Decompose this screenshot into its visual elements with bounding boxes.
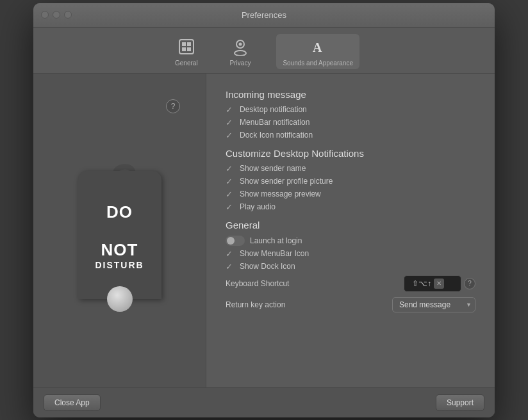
dnd-knob xyxy=(107,286,133,312)
keyboard-shortcut-label: Keyboard Shortcut xyxy=(226,279,289,288)
check-icon-5: ✓ xyxy=(226,177,235,186)
check-icon-1: ✓ xyxy=(226,105,235,115)
message-preview-label: Show message preview xyxy=(240,190,321,198)
dnd-line2: NOT xyxy=(95,241,144,259)
check-icon-6: ✓ xyxy=(226,190,235,199)
svg-point-7 xyxy=(235,51,246,56)
dnd-line1: DO xyxy=(95,203,144,222)
dnd-sign: DO NOT DISTURB xyxy=(78,171,161,299)
svg-rect-4 xyxy=(187,47,191,51)
checkbox-menubar-notification: ✓ MenuBar notification xyxy=(226,118,475,127)
checkbox-menubar-icon: ✓ Show MenuBar Icon xyxy=(226,249,475,259)
keyboard-shortcut-row: Keyboard Shortcut ⇧⌥↑ ✕ ? xyxy=(226,275,475,292)
dock-icon-general-label: Show Dock Icon xyxy=(240,262,295,271)
return-key-select-wrapper: Send message New line xyxy=(392,297,475,312)
toolbar: General Privacy A Sounds and Appearance xyxy=(33,28,495,74)
tab-privacy[interactable]: Privacy xyxy=(224,34,258,69)
general-icon xyxy=(176,36,197,57)
check-icon-2: ✓ xyxy=(226,118,235,127)
minimize-button[interactable] xyxy=(53,11,60,19)
keyboard-shortcut-box: ⇧⌥↑ ✕ ? xyxy=(404,275,475,292)
return-key-select[interactable]: Send message New line xyxy=(392,297,475,312)
sender-picture-label: Show sender profile picture xyxy=(240,177,333,186)
check-icon-4: ✓ xyxy=(226,164,235,174)
keyboard-help-icon[interactable]: ? xyxy=(464,278,475,289)
checkbox-message-preview: ✓ Show message preview xyxy=(226,190,475,199)
checkbox-dock-icon: ✓ Dock Icon notification xyxy=(226,131,475,140)
close-app-button[interactable]: Close App xyxy=(44,394,101,411)
check-icon-8: ✓ xyxy=(226,249,235,259)
sender-name-label: Show sender name xyxy=(240,164,306,173)
svg-rect-1 xyxy=(182,42,186,46)
svg-rect-2 xyxy=(187,42,191,46)
tab-sounds[interactable]: A Sounds and Appearance xyxy=(276,34,359,69)
svg-rect-3 xyxy=(182,47,186,51)
checkbox-play-audio: ✓ Play audio xyxy=(226,202,475,212)
check-icon-7: ✓ xyxy=(226,202,235,212)
help-badge[interactable]: ? xyxy=(166,99,180,113)
launch-login-toggle[interactable] xyxy=(226,236,245,246)
svg-rect-0 xyxy=(179,40,194,54)
support-button[interactable]: Support xyxy=(436,394,484,411)
privacy-tab-label: Privacy xyxy=(230,60,251,67)
checkbox-sender-name: ✓ Show sender name xyxy=(226,164,475,174)
svg-text:A: A xyxy=(313,40,322,54)
return-key-label: Return key action xyxy=(226,300,285,309)
bottom-bar: Close App Support xyxy=(33,387,495,417)
shortcut-clear-button[interactable]: ✕ xyxy=(434,279,444,289)
maximize-button[interactable] xyxy=(64,11,72,19)
window-title: Preferences xyxy=(242,10,286,20)
play-audio-label: Play audio xyxy=(240,202,276,211)
launch-login-label: Launch at login xyxy=(250,236,302,245)
checkbox-desktop-notification: ✓ Desktop notification xyxy=(226,105,475,115)
menubar-notification-label: MenuBar notification xyxy=(240,118,309,127)
dock-icon-label: Dock Icon notification xyxy=(240,131,313,140)
check-icon-9: ✓ xyxy=(226,262,235,271)
svg-point-6 xyxy=(239,42,242,45)
title-bar: Preferences xyxy=(33,3,495,28)
privacy-icon xyxy=(230,36,251,57)
check-icon-3: ✓ xyxy=(226,131,235,140)
desktop-notification-label: Desktop notification xyxy=(240,105,307,114)
traffic-lights xyxy=(41,11,72,19)
general-tab-label: General xyxy=(175,60,198,67)
shortcut-display[interactable]: ⇧⌥↑ ✕ xyxy=(404,275,461,292)
close-button[interactable] xyxy=(41,11,49,19)
shortcut-value: ⇧⌥↑ xyxy=(412,279,431,288)
sounds-tab-label: Sounds and Appearance xyxy=(283,60,353,67)
sounds-icon: A xyxy=(308,36,328,57)
checkbox-sender-picture: ✓ Show sender profile picture xyxy=(226,177,475,186)
return-key-row: Return key action Send message New line xyxy=(226,297,475,312)
incoming-message-title: Incoming message xyxy=(226,89,475,100)
menubar-icon-label: Show MenuBar Icon xyxy=(240,249,309,258)
checkbox-dock-icon-general: ✓ Show Dock Icon xyxy=(226,262,475,271)
content-area: ? DO NOT DISTURB xyxy=(33,74,495,387)
right-panel: Incoming message ✓ Desktop notification … xyxy=(206,74,495,387)
preferences-window: Preferences General xyxy=(33,3,495,417)
customize-desktop-title: Customize Desktop Notifications xyxy=(226,148,475,159)
launch-at-login-row: Launch at login xyxy=(226,236,475,246)
left-panel: ? DO NOT DISTURB xyxy=(33,74,206,387)
dnd-line3: DISTURB xyxy=(95,260,144,270)
tab-general[interactable]: General xyxy=(169,34,204,69)
general-section-title: General xyxy=(226,220,475,230)
